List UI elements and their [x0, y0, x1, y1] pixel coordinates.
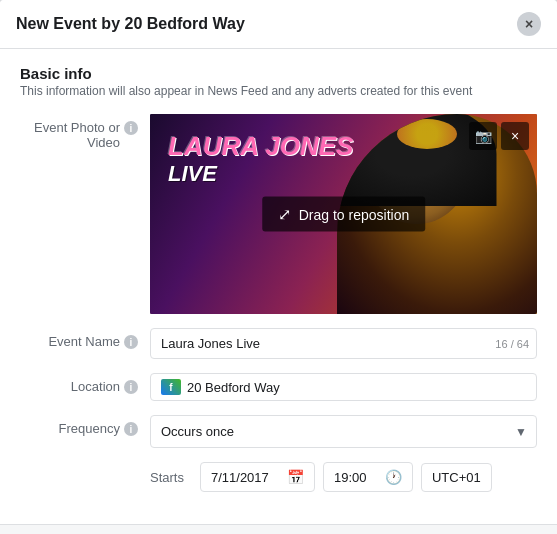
- calendar-icon: 📅: [287, 469, 304, 485]
- clock-icon: 🕐: [385, 469, 402, 485]
- starts-label: Starts: [150, 470, 184, 485]
- location-input-wrapper[interactable]: f 20 Bedford Way: [150, 373, 537, 401]
- timezone-badge: UTC+01: [421, 463, 492, 492]
- time-input-wrapper[interactable]: 🕐: [323, 462, 413, 492]
- event-name-info-icon[interactable]: i: [124, 335, 138, 349]
- photo-row: Event Photo orVideo i: [20, 114, 537, 314]
- location-content: f 20 Bedford Way: [150, 373, 537, 401]
- event-name-input-wrapper: 16 / 64: [150, 328, 537, 359]
- drag-icon: ⤢: [278, 205, 291, 224]
- frequency-select[interactable]: Occurs once Repeats daily Repeats weekly: [150, 415, 537, 448]
- location-row: Location i f 20 Bedford Way: [20, 373, 537, 401]
- location-info-icon[interactable]: i: [124, 380, 138, 394]
- event-name-input[interactable]: [150, 328, 537, 359]
- photo-controls: 📷 ×: [469, 122, 529, 150]
- drag-reposition-overlay: ⤢ Drag to reposition: [262, 197, 426, 232]
- event-name-row: Event Name i 16 / 64: [20, 328, 537, 359]
- location-logo: f: [161, 379, 181, 395]
- frequency-content: Occurs once Repeats daily Repeats weekly…: [150, 415, 537, 448]
- drag-text: Drag to reposition: [299, 206, 410, 222]
- event-name-label: Event Name i: [20, 328, 150, 349]
- photo-label: Event Photo orVideo i: [20, 114, 150, 150]
- datetime-row: Starts 📅 🕐 UTC+01: [20, 462, 537, 492]
- time-input[interactable]: [334, 470, 379, 485]
- date-input[interactable]: [211, 470, 281, 485]
- frequency-label: Frequency i: [20, 415, 150, 436]
- modal-title: New Event by 20 Bedford Way: [16, 15, 245, 33]
- modal-body: Basic info This information will also ap…: [0, 49, 557, 524]
- location-text: 20 Bedford Way: [187, 380, 280, 395]
- frequency-info-icon[interactable]: i: [124, 422, 138, 436]
- char-count: 16 / 64: [495, 338, 529, 350]
- photo-container[interactable]: LAURA JONES LIVE ⤢ Drag to reposition 📷 …: [150, 114, 537, 314]
- frequency-row: Frequency i Occurs once Repeats daily Re…: [20, 415, 537, 448]
- photo-text-overlay: LAURA JONES LIVE: [168, 132, 353, 187]
- photo-close-button[interactable]: ×: [501, 122, 529, 150]
- camera-button[interactable]: 📷: [469, 122, 497, 150]
- event-modal: New Event by 20 Bedford Way × Basic info…: [0, 0, 557, 534]
- modal-header: New Event by 20 Bedford Way ×: [0, 0, 557, 49]
- section-title: Basic info: [20, 65, 537, 82]
- location-label: Location i: [20, 373, 150, 394]
- event-name-content: 16 / 64: [150, 328, 537, 359]
- date-input-wrapper[interactable]: 📅: [200, 462, 315, 492]
- frequency-select-wrapper: Occurs once Repeats daily Repeats weekly…: [150, 415, 537, 448]
- photo-info-icon[interactable]: i: [124, 121, 138, 135]
- modal-footer: Boost Post Save Draft Publish ▼: [0, 524, 557, 534]
- modal-close-button[interactable]: ×: [517, 12, 541, 36]
- photo-content: LAURA JONES LIVE ⤢ Drag to reposition 📷 …: [150, 114, 537, 314]
- section-subtitle: This information will also appear in New…: [20, 84, 537, 98]
